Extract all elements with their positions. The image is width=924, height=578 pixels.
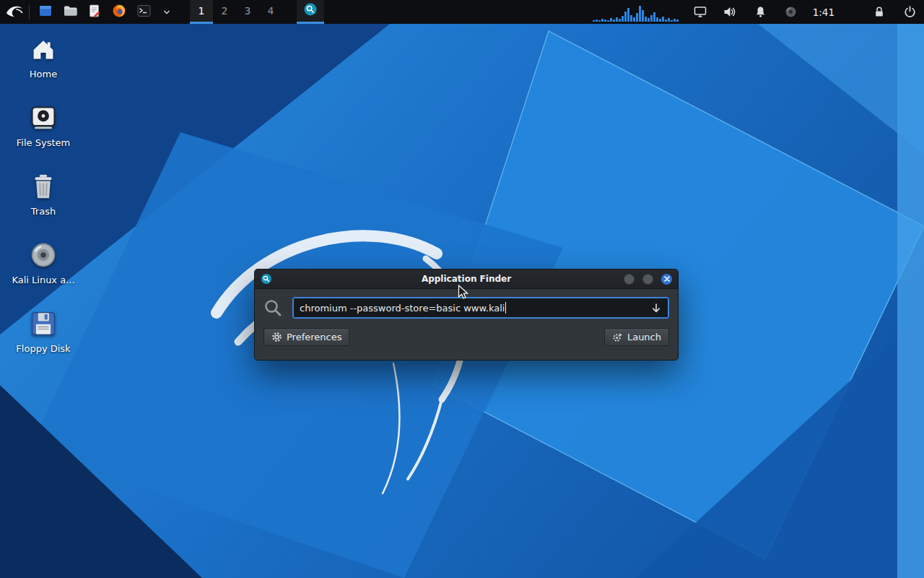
kali-logo-icon: [5, 3, 24, 22]
application-finder-window-icon: [261, 273, 272, 285]
home-icon: [28, 35, 58, 64]
command-input-value: chromium --password-store=basic www.kali: [300, 303, 505, 314]
window-buttons: [624, 274, 672, 285]
workspace-switcher: 1 2 3 4: [190, 0, 282, 24]
file-manager-launcher[interactable]: [60, 2, 80, 22]
desktop-icon-file-system[interactable]: File System: [9, 103, 78, 148]
top-panel: 1 2 3 4: [0, 0, 924, 24]
clock[interactable]: 1:41: [811, 7, 836, 18]
text-editor-icon: [87, 4, 102, 21]
workspace-2[interactable]: 2: [213, 0, 236, 24]
launch-button[interactable]: Launch: [604, 328, 669, 346]
file-manager-icon: [63, 4, 78, 21]
window-buttons-item[interactable]: [35, 2, 56, 22]
floppy-icon: [28, 309, 58, 338]
panel-launchers: [35, 2, 177, 22]
gear-icon: [271, 332, 282, 342]
network-graph[interactable]: [591, 3, 680, 22]
terminal-dropdown-caret-icon[interactable]: [157, 2, 177, 22]
desktop-icon-label: Floppy Disk: [16, 343, 70, 354]
desktop-icon-floppy-disk[interactable]: Floppy Disk: [9, 309, 78, 354]
panel-separator: [29, 5, 30, 20]
close-icon: [664, 276, 670, 282]
disc-icon: [28, 241, 58, 269]
text-caret: [505, 302, 506, 314]
window-title: Application Finder: [422, 274, 511, 284]
application-finder-window: Application Finder: [254, 269, 679, 361]
command-input[interactable]: chromium --password-store=basic www.kali: [292, 297, 669, 319]
notifications-icon[interactable]: [751, 2, 771, 22]
preferences-button[interactable]: Preferences: [263, 328, 349, 346]
dialog-body: chromium --password-store=basic www.kali: [255, 289, 678, 353]
desktop-icon-label: File System: [17, 137, 70, 148]
launch-label: Launch: [627, 332, 661, 342]
indicator-icon[interactable]: [781, 2, 801, 22]
terminal-launcher[interactable]: [134, 2, 154, 22]
search-icon: [263, 298, 283, 318]
desktop-icon-home[interactable]: Home: [9, 35, 78, 79]
minimize-button[interactable]: [624, 274, 635, 285]
workspace-4[interactable]: 4: [259, 0, 282, 24]
desktop-icon-label: Kali Linux a...: [12, 275, 74, 285]
desktop-icon-kali-linux[interactable]: Kali Linux a...: [9, 241, 78, 285]
workspace-3[interactable]: 3: [236, 0, 259, 24]
application-finder-icon: [303, 2, 318, 20]
titlebar[interactable]: Application Finder: [255, 269, 678, 289]
taskbar-application-finder-button[interactable]: [297, 0, 324, 24]
screen: Home File System: [0, 0, 924, 578]
firefox-icon: [112, 4, 126, 21]
workspace-1[interactable]: 1: [190, 0, 213, 24]
firefox-launcher[interactable]: [109, 2, 129, 22]
kali-menu-button[interactable]: [4, 2, 25, 22]
display-icon[interactable]: [690, 2, 710, 22]
workspace-label: 3: [245, 5, 251, 17]
lock-icon[interactable]: [869, 2, 889, 22]
dialog-button-row: Preferences Launch: [263, 328, 669, 346]
maximize-button[interactable]: [642, 274, 653, 285]
preferences-label: Preferences: [287, 332, 341, 342]
close-button[interactable]: [661, 274, 672, 285]
text-editor-launcher[interactable]: [84, 2, 105, 22]
workspace-label: 4: [268, 5, 274, 17]
launch-icon: [612, 332, 623, 342]
trash-icon: [28, 172, 58, 201]
dropdown-arrow-icon[interactable]: [648, 298, 664, 318]
desktop-icon-label: Trash: [31, 206, 56, 217]
desktop-icon-label: Home: [30, 69, 57, 79]
workspace-label: 1: [199, 5, 205, 17]
logout-icon[interactable]: [899, 2, 920, 22]
desktop-icon-list: Home File System: [9, 35, 78, 354]
desktop-icon-trash[interactable]: Trash: [9, 172, 78, 217]
window-icon: [38, 4, 53, 21]
terminal-icon: [136, 4, 152, 21]
search-row: chromium --password-store=basic www.kali: [263, 297, 669, 319]
drive-icon: [28, 103, 58, 132]
volume-icon[interactable]: [720, 2, 741, 22]
panel-tray: 1:41: [591, 0, 920, 24]
workspace-label: 2: [222, 5, 228, 17]
